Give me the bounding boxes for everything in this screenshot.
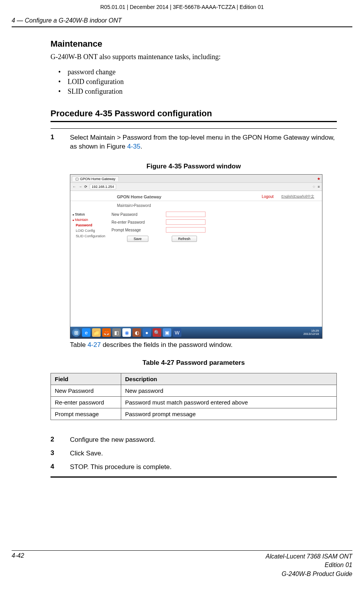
sidebar-item-loid[interactable]: LOID Config [73, 228, 111, 233]
reenter-password-input[interactable] [166, 219, 206, 225]
figure-ref-link[interactable]: 4-35 [127, 143, 140, 150]
app-title: GPON Home Gateway [117, 194, 161, 199]
figure-screenshot: ▢ GPON Home Gateway ★ ← → ⟳ 192.168.1.25… [70, 174, 322, 339]
breadcrumb: Maintain>Password [70, 201, 322, 210]
taskbar-clock[interactable]: 15:25 2013/12/18 [303, 329, 320, 336]
step-text-a: Select Maintain > Password from the top-… [70, 134, 335, 150]
form-buttons: Save Refresh [127, 236, 322, 242]
text-a: Table [70, 341, 87, 348]
explorer-icon[interactable]: 📁 [92, 328, 101, 337]
maintenance-intro: G-240W-B ONT also supports maintenance t… [51, 53, 337, 61]
footer-rule [12, 550, 352, 551]
forward-icon[interactable]: → [78, 185, 82, 189]
password-form: New Password Re-enter Password Prompt Me… [111, 210, 322, 257]
table-row: Re-enter password Password must match pa… [51, 397, 337, 408]
page-icon: ▢ [75, 177, 79, 181]
table-cell: Password prompt message [121, 408, 337, 420]
table-cell: Re-enter password [51, 397, 121, 408]
footer-guide: G-240W-B Product Guide [266, 570, 352, 578]
step-text: Click Save. [70, 449, 103, 458]
header-rule [12, 26, 352, 27]
form-row: Prompt Message [111, 227, 322, 233]
bookmark-star-icon[interactable]: ★ [317, 177, 320, 181]
app-header: GPON Home Gateway Logout English|Español… [70, 191, 322, 201]
step-1: 1 Select Maintain > Password from the to… [51, 133, 337, 151]
list-item: password change [58, 67, 337, 77]
step-text: Select Maintain > Password from the top-… [70, 133, 337, 151]
app-icon[interactable]: ▣ [163, 328, 171, 337]
sidebar-item-status[interactable]: Status [73, 212, 111, 217]
clock-date: 2013/12/18 [303, 333, 319, 336]
procedure-thin-rule [51, 128, 337, 129]
logout-link[interactable]: Logout [262, 194, 274, 199]
browser-tab-bar: ▢ GPON Home Gateway ★ [70, 175, 322, 183]
back-icon[interactable]: ← [73, 185, 76, 189]
step-number: 1 [51, 133, 70, 151]
form-row: New Password [111, 212, 322, 217]
favorite-icon[interactable]: ☆ [312, 185, 315, 189]
step-3: 3 Click Save. [51, 449, 337, 458]
step-number: 4 [51, 463, 70, 472]
firefox-icon[interactable]: 🦊 [102, 328, 111, 337]
table-header-row: Field Description [51, 373, 337, 385]
procedure-end-rule [51, 476, 337, 478]
chrome-icon[interactable]: ◉ [122, 328, 131, 337]
sidebar-item-maintain[interactable]: Maintain [73, 217, 111, 222]
save-button[interactable]: Save [127, 236, 148, 242]
menu-icon[interactable]: ≡ [318, 185, 320, 189]
reload-icon[interactable]: ⟳ [84, 185, 87, 189]
step-text: STOP. This procedure is complete. [70, 463, 172, 472]
url-field[interactable]: 192.168.1.254 [90, 184, 116, 189]
maintenance-list: password change LOID configuration SLID … [51, 67, 337, 97]
app-main: Status Maintain Password LOID Config SLI… [70, 210, 322, 257]
app-icon[interactable]: ◧ [112, 328, 121, 337]
start-button-icon[interactable]: ⊞ [72, 328, 80, 337]
word-icon[interactable]: W [173, 328, 181, 337]
procedure-heading: Procedure 4-35 Password configuration [51, 109, 337, 119]
table-caption: Table 4-27 Password parameters [51, 359, 337, 367]
ie-icon[interactable]: e [82, 328, 91, 337]
password-parameters-table: Field Description New Password New passw… [51, 373, 337, 420]
page-footer: 4-42 Alcatel-Lucent 7368 ISAM ONT Editio… [12, 550, 352, 578]
step-text: Configure the new password. [70, 436, 155, 445]
app-icon[interactable]: ● [143, 328, 151, 337]
refresh-button[interactable]: Refresh [172, 236, 197, 242]
sidebar-item-slid[interactable]: SLID Configuration [73, 233, 111, 239]
text-b: describes the fields in the password win… [101, 341, 232, 348]
step-4: 4 STOP. This procedure is complete. [51, 463, 337, 472]
table-cell: Prompt message [51, 408, 121, 420]
step-number: 3 [51, 449, 70, 458]
step-2: 2 Configure the new password. [51, 436, 337, 445]
sidebar: Status Maintain Password LOID Config SLI… [70, 210, 111, 257]
new-password-label: New Password [111, 212, 166, 217]
taskbar: ⊞ e 📁 🦊 ◧ ◉ ◐ ● 🔍 ▣ W 15:25 2013/12/18 [70, 327, 322, 338]
language-links[interactable]: English|Español|中文 [281, 194, 314, 199]
sidebar-item-password[interactable]: Password [73, 222, 111, 228]
step-number: 2 [51, 436, 70, 445]
table-ref-link[interactable]: 4-27 [87, 341, 101, 348]
app-icon[interactable]: ◐ [132, 328, 141, 337]
figure-caption: Figure 4-35 Password window [51, 163, 337, 170]
new-password-input[interactable] [166, 212, 206, 217]
maintenance-heading: Maintenance [51, 39, 337, 49]
tab-title: GPON Home Gateway [80, 177, 115, 181]
list-item: LOID configuration [58, 77, 337, 87]
running-header: 4 — Configure a G-240W-B indoor ONT [12, 17, 352, 24]
browser-url-bar: ← → ⟳ 192.168.1.254 ☆ ≡ [70, 183, 322, 191]
prompt-message-label: Prompt Message [111, 228, 166, 232]
browser-tab[interactable]: ▢ GPON Home Gateway [72, 176, 119, 181]
prompt-message-input[interactable] [166, 227, 206, 233]
table-row: New Password New password [51, 385, 337, 397]
table-header-description: Description [121, 373, 337, 385]
table-cell: Password must match password entered abo… [121, 397, 337, 408]
footer-product: Alcatel-Lucent 7368 ISAM ONT [266, 552, 352, 561]
figure-empty-space [70, 257, 322, 327]
table-row: Prompt message Password prompt message [51, 408, 337, 420]
reenter-password-label: Re-enter Password [111, 220, 166, 224]
list-item: SLID configuration [58, 87, 337, 96]
footer-edition: Edition 01 [266, 561, 352, 569]
page-number: 4-42 [12, 552, 24, 578]
app-icon[interactable]: 🔍 [153, 328, 161, 337]
form-row: Re-enter Password [111, 219, 322, 225]
url-text: 192.168.1.254 [92, 185, 114, 189]
